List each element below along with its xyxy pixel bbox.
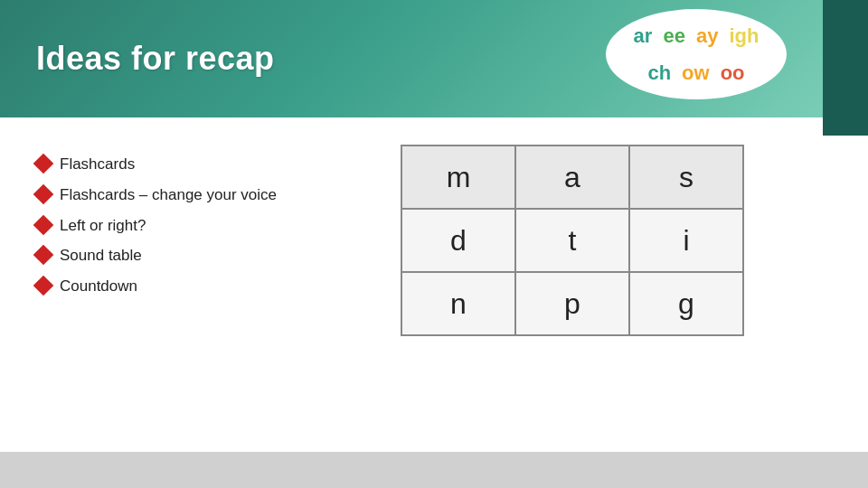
bottom-band — [0, 452, 868, 488]
table-cell: p — [515, 272, 629, 335]
table-cell: d — [401, 209, 515, 272]
table-cell: a — [515, 145, 629, 209]
bullet-diamond-icon — [33, 276, 54, 296]
table-cell: n — [401, 272, 515, 335]
bubble-word: ch — [647, 61, 671, 85]
content-area: FlashcardsFlashcards – change your voice… — [0, 117, 868, 452]
table-row: npg — [401, 272, 743, 335]
table-row: dti — [401, 209, 743, 272]
bubble-word: igh — [729, 24, 759, 48]
bullet-text: Countdown — [60, 276, 137, 297]
table-cell: g — [629, 272, 743, 335]
bubble-word: oo — [721, 61, 745, 85]
sound-table-container: masdtinpg — [313, 145, 832, 336]
page-title: Ideas for recap — [36, 40, 275, 78]
bullet-list: FlashcardsFlashcards – change your voice… — [36, 145, 277, 297]
sound-table: masdtinpg — [401, 145, 744, 336]
list-item: Left or right? — [36, 215, 277, 237]
bullet-text: Flashcards – change your voice — [60, 184, 277, 206]
speech-bubble-area: areeayighchowoo — [579, 5, 814, 113]
table-row: mas — [401, 145, 743, 209]
bullet-diamond-icon — [33, 154, 54, 174]
table-cell: i — [629, 209, 743, 272]
table-cell: m — [401, 145, 515, 209]
speech-bubble: areeayighchowoo — [606, 9, 787, 99]
slide: Ideas for recap areeayighchowoo Flashcar… — [0, 0, 868, 488]
bubble-word: ar — [634, 24, 653, 48]
bubble-word: ee — [663, 24, 684, 48]
bullet-diamond-icon — [33, 245, 54, 266]
list-item: Countdown — [36, 276, 277, 297]
list-item: Flashcards – change your voice — [36, 184, 277, 206]
bubble-word: ow — [682, 61, 710, 85]
right-accent — [823, 0, 868, 136]
header-banner: Ideas for recap areeayighchowoo — [0, 0, 868, 117]
list-item: Flashcards — [36, 154, 277, 175]
bullet-diamond-icon — [33, 183, 54, 204]
bullet-diamond-icon — [33, 214, 54, 235]
bullet-text: Sound table — [60, 245, 142, 267]
table-cell: s — [629, 145, 743, 209]
table-cell: t — [515, 209, 629, 272]
bullet-text: Left or right? — [60, 215, 146, 237]
bubble-word: ay — [696, 24, 718, 48]
list-item: Sound table — [36, 245, 277, 267]
bullet-text: Flashcards — [60, 154, 135, 175]
